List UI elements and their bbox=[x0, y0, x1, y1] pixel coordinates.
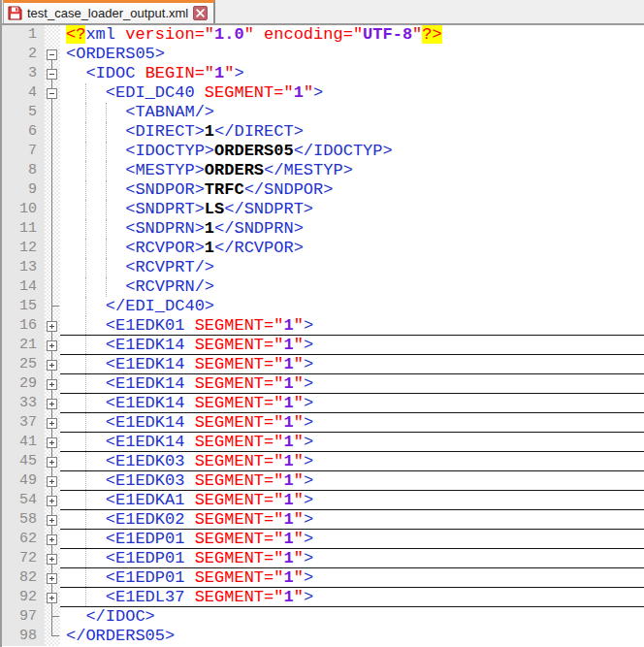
fold-collapse-icon[interactable] bbox=[47, 69, 57, 80]
code-segment: " bbox=[294, 471, 304, 490]
code-segment: > bbox=[304, 549, 313, 567]
fold-expand-icon[interactable] bbox=[47, 573, 57, 584]
code-line[interactable]: <SNDPRT>LS</SNDPRT> bbox=[60, 200, 644, 219]
code-segment: </EDI_DC40> bbox=[106, 297, 214, 315]
code-line[interactable]: <EDI_DC40 SEGMENT="1"> bbox=[60, 83, 644, 103]
code-line[interactable]: <E1EDKA1 SEGMENT="1"> bbox=[60, 491, 644, 510]
fold-line bbox=[51, 200, 52, 219]
code-line[interactable]: </ORDERS05> bbox=[60, 627, 644, 646]
fold-expand-icon[interactable] bbox=[47, 457, 57, 468]
fold-margin bbox=[45, 297, 60, 316]
code-line[interactable]: <ORDERS05> bbox=[60, 45, 644, 64]
fold-collapse-icon[interactable] bbox=[47, 88, 57, 99]
fold-expand-icon[interactable] bbox=[47, 554, 57, 565]
indent-guide bbox=[106, 258, 107, 277]
tab-bar: test_case_loader_output.xml bbox=[2, 0, 644, 25]
code-line[interactable]: <E1EDP01 SEGMENT="1"> bbox=[60, 549, 644, 568]
code-segment: SEGMENT=" bbox=[195, 374, 284, 393]
code-editor[interactable]: 1<?xml version="1.0" encoding="UTF-8"?>2… bbox=[2, 25, 644, 647]
code-line[interactable]: <E1EDK14 SEGMENT="1"> bbox=[60, 413, 644, 433]
code-segment: encoding=" bbox=[264, 25, 363, 44]
code-segment: 1 bbox=[283, 568, 293, 587]
fold-margin bbox=[45, 374, 60, 394]
code-line[interactable]: <E1EDK14 SEGMENT="1"> bbox=[60, 433, 644, 452]
fold-expand-icon[interactable] bbox=[47, 418, 57, 429]
code-segment: " bbox=[294, 336, 304, 354]
fold-expand-icon[interactable] bbox=[47, 476, 57, 487]
fold-expand-icon[interactable] bbox=[47, 515, 57, 526]
code-segment: ?> bbox=[422, 25, 441, 44]
code-line[interactable]: <RCVPRN/> bbox=[60, 277, 644, 297]
fold-margin bbox=[45, 471, 60, 491]
fold-expand-icon[interactable] bbox=[47, 593, 57, 603]
fold-expand-icon[interactable] bbox=[47, 321, 57, 332]
code-segment: <RCVPRN/> bbox=[125, 277, 214, 296]
fold-margin bbox=[45, 142, 60, 161]
code-line[interactable]: <E1EDK14 SEGMENT="1"> bbox=[60, 394, 644, 413]
line-number: 49 bbox=[2, 471, 45, 491]
indent-guide bbox=[106, 122, 107, 142]
indent-guide bbox=[85, 413, 86, 432]
code-line[interactable]: <E1EDK14 SEGMENT="1"> bbox=[60, 336, 644, 355]
fold-expand-icon[interactable] bbox=[47, 534, 57, 545]
code-line[interactable]: <E1EDK14 SEGMENT="1"> bbox=[60, 374, 644, 394]
line-number: 41 bbox=[2, 433, 45, 452]
indent-guide bbox=[85, 394, 86, 412]
code-segment: SEGMENT=" bbox=[195, 530, 284, 548]
fold-expand-icon[interactable] bbox=[47, 379, 57, 390]
code-line[interactable]: <RCVPOR>1</RCVPOR> bbox=[60, 239, 644, 258]
code-line[interactable]: <E1EDL37 SEGMENT="1"> bbox=[60, 588, 644, 607]
code-segment: </SNDPRN> bbox=[214, 219, 304, 238]
code-segment: " bbox=[294, 549, 304, 567]
code-segment: 1 bbox=[205, 219, 214, 238]
code-line[interactable]: <E1EDP01 SEGMENT="1"> bbox=[60, 568, 644, 588]
code-line[interactable]: <E1EDK14 SEGMENT="1"> bbox=[60, 355, 644, 374]
code-line[interactable]: <IDOC BEGIN="1"> bbox=[60, 64, 644, 83]
code-line[interactable]: </EDI_DC40> bbox=[60, 297, 644, 316]
line-number: 97 bbox=[2, 607, 45, 627]
code-segment bbox=[254, 25, 264, 44]
code-segment: <E1EDK14 bbox=[106, 413, 195, 432]
code-line[interactable]: <TABNAM/> bbox=[60, 103, 644, 122]
code-line[interactable]: <E1EDK01 SEGMENT="1"> bbox=[60, 316, 644, 336]
code-line[interactable]: <DIRECT>1</DIRECT> bbox=[60, 122, 644, 142]
fold-margin bbox=[45, 588, 60, 607]
indent-guide bbox=[85, 471, 86, 490]
code-line[interactable]: <SNDPRN>1</SNDPRN> bbox=[60, 219, 644, 239]
line-number: 16 bbox=[2, 316, 45, 336]
code-segment bbox=[66, 103, 125, 121]
code-row: 9 <SNDPOR>TRFC</SNDPOR> bbox=[2, 180, 644, 200]
fold-line bbox=[51, 161, 52, 180]
code-row: 25 <E1EDK14 SEGMENT="1"> bbox=[2, 355, 644, 374]
fold-collapse-icon[interactable] bbox=[47, 49, 57, 60]
code-line[interactable]: <?xml version="1.0" encoding="UTF-8"?> bbox=[60, 25, 644, 45]
code-segment: " bbox=[244, 25, 254, 44]
code-line[interactable]: <RCVPRT/> bbox=[60, 258, 644, 277]
xml-editor-window: test_case_loader_output.xml 1<?xml versi… bbox=[0, 0, 644, 647]
fold-expand-icon[interactable] bbox=[47, 496, 57, 506]
tab-test-case-loader-output[interactable]: test_case_loader_output.xml bbox=[3, 0, 215, 23]
code-line[interactable]: <MESTYP>ORDERS</MESTYP> bbox=[60, 161, 644, 180]
indent-guide bbox=[85, 452, 86, 470]
fold-expand-icon[interactable] bbox=[47, 340, 57, 351]
code-row: 11 <SNDPRN>1</SNDPRN> bbox=[2, 219, 644, 239]
fold-expand-icon[interactable] bbox=[47, 360, 57, 371]
code-line[interactable]: <E1EDK03 SEGMENT="1"> bbox=[60, 471, 644, 491]
code-line[interactable]: <E1EDK02 SEGMENT="1"> bbox=[60, 510, 644, 530]
line-number: 14 bbox=[2, 277, 45, 297]
fold-corner-tick bbox=[52, 306, 59, 307]
close-tab-icon[interactable] bbox=[193, 6, 208, 20]
code-line[interactable]: </IDOC> bbox=[60, 607, 644, 627]
fold-expand-icon[interactable] bbox=[47, 399, 57, 409]
line-number: 5 bbox=[2, 103, 45, 122]
fold-line bbox=[51, 297, 52, 316]
code-segment: <IDOCTYP> bbox=[125, 142, 214, 160]
code-line[interactable]: <E1EDK03 SEGMENT="1"> bbox=[60, 452, 644, 471]
fold-expand-icon[interactable] bbox=[47, 437, 57, 448]
code-line[interactable]: <E1EDP01 SEGMENT="1"> bbox=[60, 530, 644, 549]
fold-margin bbox=[45, 413, 60, 433]
code-line[interactable]: <IDOCTYP>ORDERS05</IDOCTYP> bbox=[60, 142, 644, 161]
code-segment: > bbox=[304, 413, 313, 432]
code-segment: 1 bbox=[294, 83, 304, 102]
code-line[interactable]: <SNDPOR>TRFC</SNDPOR> bbox=[60, 180, 644, 200]
